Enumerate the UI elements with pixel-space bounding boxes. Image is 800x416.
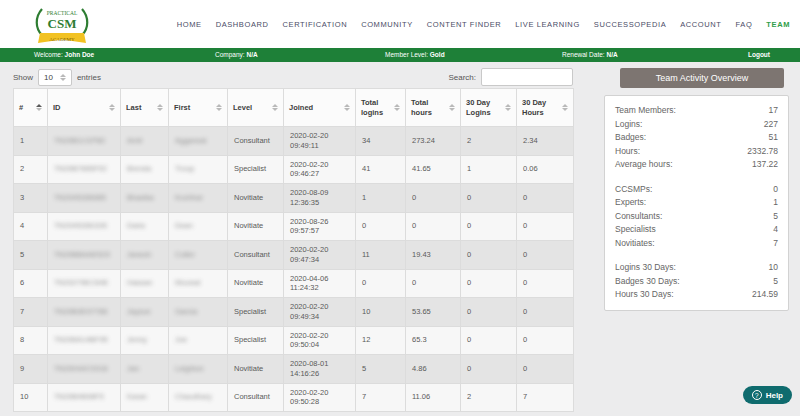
page-size-select[interactable]: 10 [38,69,72,86]
cell-value: TN20H4A72016 [54,364,108,373]
nav-item-successopedia[interactable]: SUCCESSOPEDIA [594,20,666,29]
cell-total-logins: 0 [356,212,406,241]
cell-value: TN20B4B98F5 [54,392,104,401]
sort-icon [216,104,222,111]
member-level-label: Member Level: [385,51,430,58]
renewal-date-value: N/A [606,51,617,58]
sort-down-arrow [109,108,115,111]
cell-value: 0 [467,364,471,373]
cell-value: Joe [175,335,187,344]
column-header-total-logins[interactable]: Total logins [356,89,406,127]
nav-item-dashboard[interactable]: DASHBOARD [216,20,269,29]
cell-hours-30: 0 [517,241,574,270]
nav-item-home[interactable]: HOME [177,20,202,29]
joined-date: 2020-08-09 [290,188,349,198]
cell-value: Troup [175,164,194,173]
column-header-joined[interactable]: Joined [284,89,356,127]
search-input[interactable] [481,68,573,86]
cell-hours-30: 0 [517,326,574,355]
cell-value: Brenda [127,164,151,173]
sort-up-arrow [344,104,350,107]
renewal-date-text: Renewal Date: N/A [562,48,618,62]
welcome-text: Welcome: John Doe [34,48,94,62]
stat-value: 214.59 [752,288,778,302]
help-button[interactable]: ? Help [743,386,792,404]
logo-banner-text: ACADEMY [49,37,75,42]
member-level-value: Gold [430,51,445,58]
table-row: 6TN20279EC64EHassanMouradNovitiate2020-0… [14,269,574,298]
column-header-30-day-hours[interactable]: 30 Day Hours [517,89,574,127]
nav-item-community[interactable]: COMMUNITY [361,20,413,29]
cell-hours-30: 0 [517,355,574,384]
cell-num: 3 [14,184,48,213]
logout-button[interactable]: Logout [748,48,770,62]
cell-joined: 2020-08-0114:16:26 [284,355,356,384]
cell-value: 4.86 [412,364,427,373]
cell-value: 0 [467,250,471,259]
cell-level: Consultant [228,383,284,412]
column-header-inner: Level [233,103,278,112]
cell-total-logins: 12 [356,326,406,355]
cell-value: Specialist [234,307,266,316]
nav-item-account[interactable]: ACCOUNT [680,20,721,29]
stat-label: Logins 30 Days: [615,261,676,275]
cell-level: Novitiate [228,355,284,384]
table-row: 10TN20B4B98F5KaranChaudharyConsultant202… [14,383,574,412]
cell-value: TN20B1IJ1P80 [54,136,105,145]
nav-item-faq[interactable]: FAQ [736,20,753,29]
stat-label: CCSMPs: [615,183,652,197]
column-header-last[interactable]: Last [121,89,169,127]
cell-joined: 2020-08-0912:36:35 [284,184,356,213]
select-stepper-icon [60,74,66,81]
column-header-label: # [19,103,23,112]
cell-joined: 2020-02-2009:50:28 [284,383,356,412]
joined-time: 09:50:04 [290,340,349,350]
cell-value: Jenny [127,335,147,344]
cell-logins-30: 0 [461,326,517,355]
cell-level: Specialist [228,155,284,184]
column-header-label: Last [126,103,141,112]
sort-up-arrow [36,104,42,107]
stat-label: Hours 30 Days: [615,288,674,302]
column-header-id[interactable]: ID [48,89,121,127]
cell-first: Cutler [169,241,228,270]
cell-num: 8 [14,326,48,355]
joined-date: 2020-04-06 [290,274,349,284]
cell-value: 1 [20,136,24,145]
cell-value: 0 [412,221,416,230]
column-header-inner: # [19,103,42,112]
nav-item-certification[interactable]: CERTIFICATION [283,20,348,29]
column-header-level[interactable]: Level [228,89,284,127]
cell-id: TN20279EC64E [48,269,121,298]
cell-value: 6 [20,278,24,287]
team-activity-overview-header[interactable]: Team Activity Overview [620,68,784,88]
column-header-num[interactable]: # [14,89,48,127]
overview-stat-row: Specialists4 [615,223,778,237]
cell-id: TN20B4B98F5 [48,383,121,412]
column-header-first[interactable]: First [169,89,228,127]
nav-item-live-learning[interactable]: LIVE LEARNING [515,20,580,29]
cell-id: TN2045336085 [48,184,121,213]
cell-last: Karan [121,383,169,412]
table-row: 8TN206A14BF95JennyJoeSpecialist2020-02-2… [14,326,574,355]
sort-up-arrow [449,104,455,107]
cell-hours-30: 0 [517,184,574,213]
joined-date: 2020-02-20 [290,331,349,341]
cell-last: Janesh [121,241,169,270]
cell-value: 0 [467,193,471,202]
cell-logins-30: 0 [461,269,517,298]
cell-value: 0 [412,278,416,287]
cell-joined: 2020-02-2009:49:34 [284,298,356,327]
column-header-30-day-logins[interactable]: 30 Day Logins [461,89,517,127]
search-label: Search: [448,73,476,82]
stat-label: Specialists [615,223,656,237]
nav-item-team[interactable]: TEAM [766,20,790,29]
column-header-total-hours[interactable]: Total hours [406,89,461,127]
nav-item-content-finder[interactable]: CONTENT FINDER [427,20,502,29]
sort-icon [109,104,115,111]
column-header-label: ID [53,103,61,112]
cell-last: Brenda [121,155,169,184]
cell-last: Jenny [121,326,169,355]
stat-value: 5 [773,210,778,224]
cell-logins-30: 0 [461,355,517,384]
